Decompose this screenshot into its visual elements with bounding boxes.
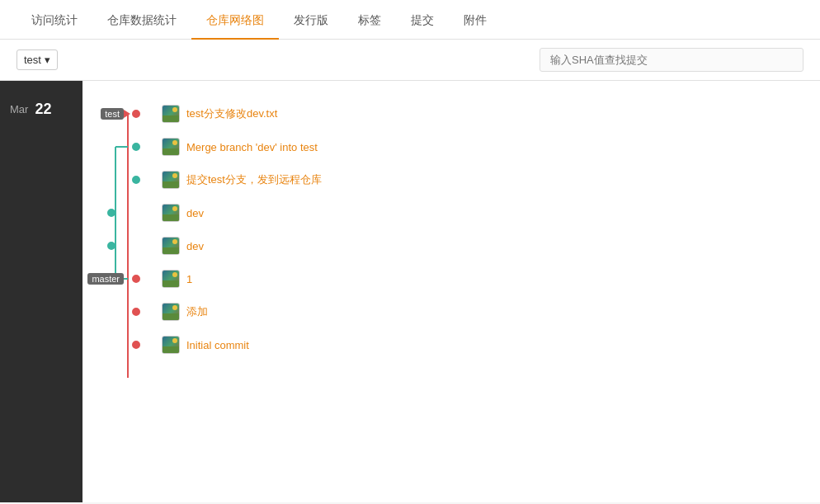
commit-row: master 1 [99, 262, 594, 295]
network-graph: test test分支修改dev.txt Merge branch 'dev' … [99, 97, 594, 378]
commit-message[interactable]: Initial commit [186, 339, 249, 351]
branch-tag-test: test [101, 108, 124, 120]
nav-item-network-graph[interactable]: 仓库网络图 [191, 0, 279, 40]
nav-item-tags[interactable]: 标签 [343, 0, 396, 40]
commit-row: dev [99, 229, 594, 262]
commit-row: dev [99, 196, 594, 229]
commit-icon [162, 237, 180, 255]
sidebar-date: Mar 22 [0, 91, 82, 128]
branch-name: test [24, 54, 41, 66]
commit-dot [132, 110, 140, 118]
branch-tag-master: master [87, 273, 124, 285]
commit-dot [132, 308, 140, 316]
top-navigation: 访问统计 仓库数据统计 仓库网络图 发行版 标签 提交 附件 [0, 0, 820, 40]
commit-icon [162, 336, 180, 354]
commit-row: Merge branch 'dev' into test [99, 130, 594, 163]
commit-message[interactable]: 提交test分支，发到远程仓库 [186, 172, 322, 187]
arrow-right-icon [124, 110, 130, 118]
sidebar-day: 22 [35, 101, 51, 118]
branch-selector[interactable]: test ▾ [16, 49, 58, 70]
commit-icon [162, 105, 180, 123]
commit-dot [107, 242, 115, 250]
dot-area [99, 196, 148, 229]
commit-dot [132, 341, 140, 349]
commit-message[interactable]: dev [186, 240, 204, 252]
dot-area [99, 328, 148, 361]
nav-item-visit-stats[interactable]: 访问统计 [16, 0, 92, 40]
commit-icon [162, 204, 180, 222]
commit-message[interactable]: 1 [186, 273, 192, 285]
commit-dot [107, 209, 115, 217]
commit-icon [162, 270, 180, 288]
dot-area [99, 229, 148, 262]
dot-area [99, 163, 148, 196]
sidebar-month: Mar [10, 103, 28, 115]
sidebar: Mar 22 [0, 81, 82, 502]
commit-message[interactable]: Merge branch 'dev' into test [186, 141, 318, 153]
toolbar: test ▾ [0, 40, 820, 81]
graph-area: test test分支修改dev.txt Merge branch 'dev' … [82, 81, 820, 502]
dot-area: master [99, 262, 148, 295]
commit-row: 提交test分支，发到远程仓库 [99, 163, 594, 196]
commit-icon [162, 303, 180, 321]
main-content: Mar 22 test [0, 81, 820, 502]
commit-dot [132, 176, 140, 184]
commit-dot [132, 143, 140, 151]
commit-icon [162, 171, 180, 189]
commit-icon [162, 138, 180, 156]
nav-item-releases[interactable]: 发行版 [279, 0, 343, 40]
nav-item-commits[interactable]: 提交 [396, 0, 449, 40]
dot-area [99, 130, 148, 163]
commit-message[interactable]: test分支修改dev.txt [186, 106, 277, 121]
commit-row: Initial commit [99, 328, 594, 361]
commit-message[interactable]: dev [186, 207, 204, 219]
commit-dot [132, 275, 140, 283]
sha-search-input[interactable] [540, 48, 804, 72]
nav-item-attachments[interactable]: 附件 [449, 0, 502, 40]
dot-area [99, 295, 148, 328]
commit-row: 添加 [99, 295, 594, 328]
nav-item-repo-stats[interactable]: 仓库数据统计 [92, 0, 191, 40]
dropdown-icon: ▾ [45, 54, 50, 66]
dot-area: test [99, 97, 148, 130]
commit-row: test test分支修改dev.txt [99, 97, 594, 130]
commit-message[interactable]: 添加 [186, 304, 208, 319]
